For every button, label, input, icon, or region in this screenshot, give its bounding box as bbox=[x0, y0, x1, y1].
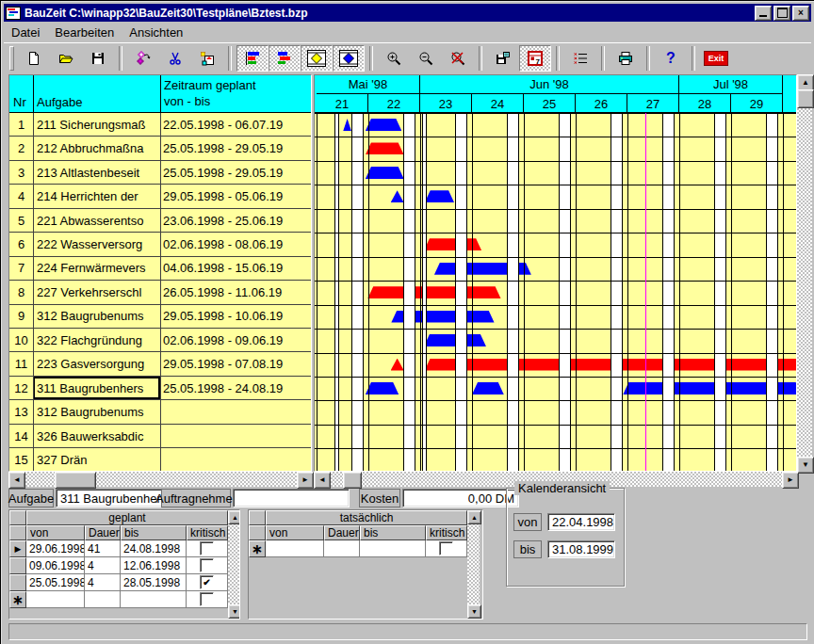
task-aufgabe-cell[interactable]: 212 Abbruchmaßna bbox=[37, 137, 158, 159]
toolbar-calendar-view-button[interactable]: 7 bbox=[519, 45, 551, 72]
kalender-bis-button[interactable]: bis bbox=[513, 540, 542, 558]
gantt-bar-red[interactable] bbox=[424, 238, 481, 250]
task-aufgabe-cell[interactable]: 222 Wasserversorg bbox=[37, 233, 158, 255]
kritisch-checkbox[interactable] bbox=[200, 541, 214, 555]
kritisch-checkbox[interactable]: ✔ bbox=[200, 575, 214, 589]
menu-datei[interactable]: Datei bbox=[4, 24, 47, 41]
close-button[interactable]: × bbox=[792, 6, 809, 21]
grid-row-marker[interactable]: ▶ bbox=[9, 540, 26, 557]
grid-row-marker[interactable]: ∗ bbox=[249, 540, 266, 557]
task-aufgabe-cell[interactable]: 224 Fernwärmevers bbox=[37, 257, 158, 280]
task-aufgabe-cell[interactable]: 211 Sicherungsmaß bbox=[37, 113, 158, 136]
toolbar-grip[interactable] bbox=[9, 46, 14, 71]
gantt-bar-blue[interactable] bbox=[425, 190, 454, 202]
toolbar-save-file-button[interactable] bbox=[82, 45, 114, 72]
table-hscrollbar[interactable]: ◄ ► bbox=[8, 472, 312, 487]
task-aufgabe-cell[interactable]: 312 Baugrubenums bbox=[37, 305, 158, 328]
gantt-bar-blue[interactable] bbox=[366, 382, 399, 394]
scroll-thumb[interactable] bbox=[55, 472, 96, 489]
grid-vscrollbar[interactable]: ▲▼ bbox=[228, 510, 240, 617]
task-aufgabe-cell[interactable]: 322 Flachgründung bbox=[37, 329, 158, 351]
kritisch-checkbox[interactable] bbox=[439, 541, 453, 555]
grid-cell-bis[interactable]: 24.08.1998 bbox=[121, 540, 187, 557]
toolbar-view-bars-staggered-button[interactable] bbox=[269, 45, 301, 72]
scroll-left-button[interactable]: ◄ bbox=[8, 472, 25, 489]
grid-vscrollbar[interactable]: ▲▼ bbox=[467, 510, 480, 617]
scroll-track[interactable] bbox=[797, 74, 812, 472]
gantt-bar-blue[interactable] bbox=[343, 119, 351, 131]
gantt-bar-blue[interactable] bbox=[366, 167, 404, 179]
scroll-thumb[interactable] bbox=[343, 472, 362, 489]
grid-cell-bis[interactable]: 12.06.1998 bbox=[121, 557, 187, 574]
kosten-field[interactable]: 0,00 DM bbox=[402, 489, 519, 507]
scroll-down-button[interactable]: ▼ bbox=[228, 604, 240, 619]
grid-row-marker[interactable]: ∗ bbox=[9, 591, 26, 608]
gantt-bar-blue[interactable] bbox=[366, 119, 402, 131]
menu-bearbeiten[interactable]: Bearbeiten bbox=[47, 24, 122, 41]
toolbar-zoom-out-button[interactable] bbox=[410, 45, 442, 72]
grid-cell-von[interactable]: 25.05.1998 bbox=[26, 574, 85, 591]
grid-cell-von[interactable] bbox=[266, 540, 324, 557]
toolbar-insert-task-button[interactable] bbox=[127, 45, 159, 72]
toolbar-zoom-in-button[interactable] bbox=[378, 45, 410, 72]
task-aufgabe-cell[interactable]: 327 Drän bbox=[37, 448, 158, 471]
grid-cell-kritisch[interactable] bbox=[187, 540, 228, 557]
scroll-track[interactable] bbox=[467, 510, 480, 617]
gantt-vscrollbar[interactable]: ▲ ▼ bbox=[797, 74, 812, 472]
toolbar-zoom-reset-button[interactable] bbox=[442, 45, 474, 72]
grid-cell-bis[interactable]: 28.05.1998 bbox=[121, 574, 187, 591]
gantt-bar-blue[interactable] bbox=[391, 190, 404, 202]
toolbar-view-bars-left-button[interactable] bbox=[236, 45, 269, 72]
kalender-bis-field[interactable]: 31.08.1999 bbox=[547, 540, 615, 558]
task-aufgabe-cell[interactable]: 221 Abwasserentso bbox=[37, 209, 158, 232]
minimize-button[interactable] bbox=[755, 6, 772, 21]
scroll-track[interactable] bbox=[228, 510, 240, 617]
grid-cell-kritisch[interactable]: ✔ bbox=[187, 574, 228, 591]
scroll-right-button[interactable]: ► bbox=[782, 472, 799, 489]
grid-cell-kritisch[interactable] bbox=[187, 591, 228, 608]
toolbar-paste-special-button[interactable] bbox=[191, 45, 223, 72]
toolbar-view-diamond-yellow-button[interactable] bbox=[301, 45, 333, 72]
maximize-button[interactable] bbox=[773, 6, 790, 21]
menu-ansichten[interactable]: Ansichten bbox=[122, 24, 190, 41]
grid-cell-kritisch[interactable] bbox=[187, 557, 228, 574]
gantt-bar-red[interactable] bbox=[367, 286, 500, 298]
grid-row-marker[interactable] bbox=[9, 574, 26, 591]
toolbar-exit-button[interactable]: Exit bbox=[700, 45, 732, 72]
title-bar[interactable]: BauZeit C:\winapp32\BauZeit30\Testpläne\… bbox=[4, 4, 811, 22]
toolbar-open-file-button[interactable] bbox=[50, 45, 82, 72]
kritisch-checkbox[interactable] bbox=[200, 592, 214, 606]
auftragnehmer-field[interactable] bbox=[233, 489, 350, 507]
scroll-down-button[interactable]: ▼ bbox=[797, 457, 814, 474]
grid-cell-Dauer[interactable] bbox=[324, 540, 360, 557]
grid-cell-kritisch[interactable] bbox=[426, 540, 467, 557]
grid-cell-von[interactable]: 09.06.1998 bbox=[26, 557, 85, 574]
kalender-von-field[interactable]: 22.04.1998 bbox=[547, 513, 615, 531]
scroll-up-button[interactable]: ▲ bbox=[467, 510, 481, 524]
grid-cell-Dauer[interactable] bbox=[85, 591, 121, 608]
grid-cell-von[interactable] bbox=[26, 591, 85, 608]
toolbar-cut-button[interactable] bbox=[159, 45, 191, 72]
scroll-up-button[interactable]: ▲ bbox=[228, 510, 240, 524]
kalender-von-button[interactable]: von bbox=[513, 513, 542, 531]
task-aufgabe-cell[interactable]: 312 Baugrubenums bbox=[37, 400, 158, 423]
task-aufgabe-cell[interactable]: 214 Herrichten der bbox=[37, 185, 158, 207]
grid-cell-bis[interactable] bbox=[121, 591, 187, 608]
grid-cell-Dauer[interactable]: 41 bbox=[85, 540, 121, 557]
gantt-bar-red[interactable] bbox=[391, 359, 404, 371]
kritisch-checkbox[interactable] bbox=[200, 558, 214, 572]
scroll-down-button[interactable]: ▼ bbox=[467, 604, 481, 619]
task-aufgabe-cell[interactable]: 213 Altlastenbeseit bbox=[37, 161, 158, 184]
grid-cell-bis[interactable] bbox=[360, 540, 426, 557]
task-aufgabe-cell[interactable]: 326 Bauwerksabdic bbox=[37, 425, 158, 447]
scroll-left-button[interactable]: ◄ bbox=[314, 472, 331, 489]
toolbar-save-view-button[interactable] bbox=[487, 45, 519, 72]
task-aufgabe-cell[interactable]: 223 Gasversorgung bbox=[37, 353, 158, 376]
toolbar-help-button[interactable]: ? bbox=[655, 45, 687, 72]
gantt-bar-blue[interactable] bbox=[472, 382, 504, 394]
grid-row-marker[interactable] bbox=[9, 557, 26, 574]
toolbar-list-view-button[interactable] bbox=[564, 45, 596, 72]
grid-cell-von[interactable]: 29.06.1998 bbox=[26, 540, 85, 557]
toolbar-new-file-button[interactable] bbox=[18, 45, 50, 72]
scroll-thumb[interactable] bbox=[797, 89, 814, 108]
